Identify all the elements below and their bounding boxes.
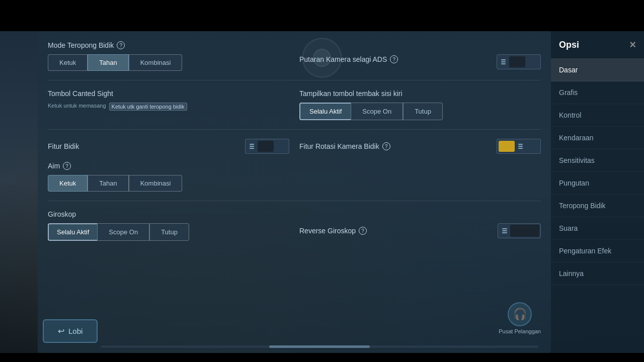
cs-icon: 🎧	[508, 302, 532, 326]
reverse-gyro-help[interactable]: ?	[359, 227, 367, 235]
sidebar-suara-label: Suara	[559, 224, 578, 232]
black-bar-bottom	[0, 353, 644, 362]
sidebar-item-kontrol[interactable]: Kontrol	[551, 104, 644, 127]
aim-kombinasi-btn[interactable]: Kombinasi	[129, 175, 183, 192]
sidebar-item-suara[interactable]: Suara	[551, 217, 644, 240]
tampilkan-tutup-btn[interactable]: Tutup	[403, 103, 443, 120]
section-fitur-bidik: Fitur Bidik Fitur Rotasi Kamera Bidik	[48, 139, 541, 201]
tampilkan-scope-on-btn[interactable]: Scope On	[351, 103, 403, 120]
section-tombol-canted: Tombol Canted Sight Ketuk untuk memasang…	[48, 89, 541, 130]
sidebar-item-pungutan[interactable]: Pungutan	[551, 172, 644, 195]
sidebar-item-teropong-bidik[interactable]: Teropong Bidik	[551, 195, 644, 217]
canted-desc1: Ketuk untuk memasang	[48, 103, 106, 111]
fbtl3	[250, 148, 254, 149]
reverse-gyro-text: Reverse Giroskop	[299, 227, 356, 235]
mode-teropong-help[interactable]: ?	[117, 41, 125, 49]
cs-label: Pusat Pelanggan	[499, 328, 541, 334]
rt-handle	[510, 225, 539, 237]
tampilkan-options: Selalu Aktif Scope On Tutup	[299, 103, 541, 120]
rtl3	[502, 232, 507, 233]
section-giroskop: Giroskop Selalu Aktif Scope On Tutup Rev…	[48, 210, 541, 246]
gyro-scope-on-btn[interactable]: Scope On	[97, 223, 149, 241]
fitur-rotasi-help[interactable]: ?	[382, 142, 390, 150]
fitur-bidik-label: Fitur Bidik	[48, 142, 79, 150]
sidebar-item-sensitivitas[interactable]: Sensitivitas	[551, 149, 644, 172]
fbtl1	[250, 144, 254, 145]
sidebar-kendaraan-label: Kendaraan	[559, 134, 594, 142]
scrollbar[interactable]	[101, 345, 538, 348]
mode-ketuk-btn[interactable]: Ketuk	[48, 54, 88, 71]
mode-kombinasi-btn[interactable]: Kombinasi	[129, 54, 183, 71]
putaran-kamera-toggle[interactable]	[497, 54, 541, 69]
putaran-kamera-label: Putaran Kamera selagi ADS ?	[299, 55, 398, 63]
sidebar-close-btn[interactable]: ×	[629, 38, 636, 51]
sidebar-header: Opsi ×	[551, 31, 644, 59]
fitur-rotasi-text: Fitur Rotasi Kamera Bidik	[299, 142, 379, 150]
right-putaran-kamera: Putaran Kamera selagi ADS ?	[299, 41, 541, 69]
mode-tahan-btn[interactable]: Tahan	[88, 54, 128, 71]
tl3	[501, 63, 506, 64]
fr-handle-gold	[499, 141, 515, 152]
fr-lines-right	[516, 142, 525, 150]
settings-panel: Mode Teropong Bidik ? Ketuk Tahan Kombin…	[38, 31, 551, 353]
putaran-kamera-text: Putaran Kamera selagi ADS	[299, 55, 387, 63]
fitur-bidik-toggle[interactable]	[245, 139, 289, 154]
black-bar-top	[0, 0, 644, 31]
canted-sight-text: Tombol Canted Sight	[48, 89, 113, 98]
sidebar-item-pengaturan-efek[interactable]: Pengaturan Efek	[551, 240, 644, 262]
customer-service-btn[interactable]: 🎧 Pusat Pelanggan	[499, 302, 541, 334]
canted-desc2: Ketuk utk ganti teropong bidik	[109, 103, 187, 111]
reverse-gyro-toggle[interactable]	[498, 223, 541, 238]
frtl3	[518, 148, 523, 149]
aim-ketuk-btn[interactable]: Ketuk	[48, 175, 88, 192]
rtl2	[502, 230, 507, 231]
canted-desc: Ketuk untuk memasang Ketuk utk ganti ter…	[48, 103, 289, 111]
aim-label: Aim ?	[48, 162, 541, 170]
sidebar-kontrol-label: Kontrol	[559, 111, 581, 119]
lobi-icon: ↩	[58, 326, 64, 336]
mode-teropong-label: Mode Teropong Bidik ?	[48, 41, 289, 49]
rtl1	[502, 228, 507, 229]
fitur-rotasi-toggle[interactable]	[497, 139, 541, 154]
scrollbar-thumb	[269, 345, 370, 348]
rt-lines-left	[499, 226, 510, 235]
reverse-gyro-label: Reverse Giroskop ?	[299, 227, 367, 235]
sidebar-item-kendaraan[interactable]: Kendaraan	[551, 127, 644, 149]
gyro-tutup-btn[interactable]: Tutup	[149, 223, 189, 241]
screen: Mode Teropong Bidik ? Ketuk Tahan Kombin…	[0, 0, 644, 362]
sidebar-item-grafis[interactable]: Grafis	[551, 81, 644, 104]
row-gyro: Giroskop Selalu Aktif Scope On Tutup Rev…	[48, 210, 541, 241]
putaran-kamera-help[interactable]: ?	[390, 55, 398, 63]
sidebar-pungutan-label: Pungutan	[559, 179, 589, 187]
sidebar-sensitivitas-label: Sensitivitas	[559, 156, 595, 164]
sidebar-dasar-label: Dasar	[559, 66, 578, 74]
tampilkan-label: Tampilkan tombol tembak sisi kiri	[299, 89, 541, 98]
giroskop-label: Giroskop	[48, 210, 289, 218]
section-mode-teropong: Mode Teropong Bidik ? Ketuk Tahan Kombin…	[48, 41, 541, 80]
aim-tahan-btn[interactable]: Tahan	[88, 175, 128, 192]
lobi-button[interactable]: ↩ Lobi	[43, 319, 98, 343]
giroskop-text: Giroskop	[48, 210, 76, 218]
sidebar-efek-label: Pengaturan Efek	[559, 247, 611, 255]
tampilkan-selalu-aktif-btn[interactable]: Selalu Aktif	[299, 103, 351, 120]
toggle-handle	[509, 56, 525, 67]
fitur-bidik-text: Fitur Bidik	[48, 142, 79, 150]
aim-options: Ketuk Tahan Kombinasi	[48, 175, 541, 192]
gyro-selalu-aktif-btn[interactable]: Selalu Aktif	[48, 223, 97, 241]
aim-subsection: Aim ? Ketuk Tahan Kombinasi	[48, 162, 541, 192]
aim-text: Aim	[48, 162, 60, 170]
sidebar-title: Opsi	[559, 40, 579, 50]
lobi-label: Lobi	[68, 327, 83, 335]
mode-teropong-text: Mode Teropong Bidik	[48, 41, 114, 49]
sidebar-item-dasar[interactable]: Dasar	[551, 59, 644, 81]
right-tampilkan-tombol: Tampilkan tombol tembak sisi kiri Selalu…	[299, 89, 541, 120]
row-fitur: Fitur Bidik Fitur Rotasi Kamera Bidik	[48, 139, 541, 154]
fbtl2	[250, 146, 254, 147]
tl2	[501, 61, 506, 62]
tampilkan-text: Tampilkan tombol tembak sisi kiri	[299, 89, 403, 98]
aim-help[interactable]: ?	[63, 162, 71, 170]
sidebar-item-lainnya[interactable]: Lainnya	[551, 262, 644, 285]
right-fitur-rotasi: Fitur Rotasi Kamera Bidik ?	[299, 139, 541, 154]
canted-sight-label: Tombol Canted Sight	[48, 89, 289, 98]
mode-teropong-options: Ketuk Tahan Kombinasi	[48, 54, 289, 71]
